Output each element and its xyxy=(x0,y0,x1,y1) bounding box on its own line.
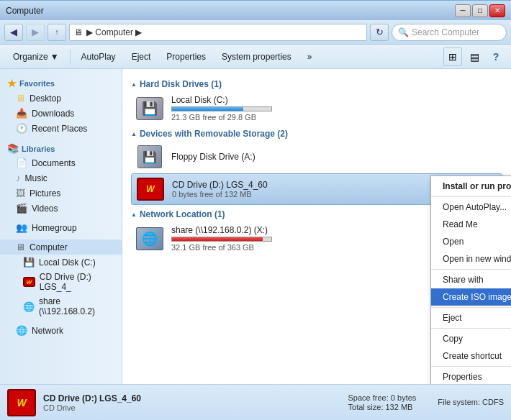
desktop-folder-icon: 🖥 xyxy=(16,93,25,104)
libraries-icon: 📚 xyxy=(7,143,19,154)
sidebar-item-cd-drive[interactable]: W CD Drive (D:) LGS_4_ xyxy=(0,270,122,294)
ctx-create-iso-item[interactable]: Create ISO image xyxy=(431,288,511,306)
status-bar: W CD Drive (D:) LGS_4_60 CD Drive Space … xyxy=(0,384,511,420)
title-bar-buttons: ─ □ ✕ xyxy=(455,4,505,17)
system-properties-button[interactable]: System properties xyxy=(214,47,299,66)
sidebar-item-share[interactable]: 🌐 share (\\192.168.0.2) xyxy=(0,294,122,319)
network-icon: 🌐 xyxy=(16,325,27,336)
organize-chevron-icon: ▼ xyxy=(50,52,59,62)
context-menu: Install or run program from your media O… xyxy=(430,175,511,384)
homegroup-section: 👥 Homegroup xyxy=(0,220,122,235)
sidebar-item-pictures[interactable]: 🖼 Pictures xyxy=(0,186,122,201)
status-filesystem: File system: CDFS xyxy=(438,398,504,407)
status-total-size: Total size: 132 MB xyxy=(348,403,417,411)
maximize-button[interactable]: □ xyxy=(472,4,488,17)
local-disk-size: 21.3 GB free of 29.8 GB xyxy=(171,113,498,122)
properties-button[interactable]: Properties xyxy=(159,47,213,66)
more-button[interactable]: » xyxy=(300,47,320,66)
local-disk-bar-container xyxy=(171,106,272,111)
title-bar-text: Computer xyxy=(6,6,44,16)
floppy-item[interactable]: 💾 Floppy Disk Drive (A:) xyxy=(131,142,502,172)
ctx-separator-1 xyxy=(431,196,511,197)
up-button[interactable]: ↑ xyxy=(48,24,66,41)
floppy-details: Floppy Disk Drive (A:) xyxy=(171,152,498,162)
search-placeholder: Search Computer xyxy=(412,27,479,37)
back-button[interactable]: ◀ xyxy=(4,24,23,41)
ctx-create-shortcut-item[interactable]: Create shortcut xyxy=(431,347,511,365)
breadcrumb-icon: 🖥 xyxy=(74,27,83,37)
hard-disk-section-header: Hard Disk Drives (1) xyxy=(131,79,502,89)
ctx-separator-5 xyxy=(431,366,511,367)
floppy-drive-icon: 💾 xyxy=(135,145,164,169)
toolbar-view-controls: ⊞ ▤ ? xyxy=(443,47,505,66)
change-view-button[interactable]: ⊞ xyxy=(443,47,462,66)
local-disk-bar xyxy=(172,107,243,111)
status-details: Space free: 0 bytes Total size: 132 MB xyxy=(348,393,417,412)
libraries-heading: 📚 Libraries xyxy=(0,140,122,155)
local-disk-name: Local Disk (C:) xyxy=(171,95,498,105)
sidebar-item-homegroup[interactable]: 👥 Homegroup xyxy=(0,220,122,235)
ctx-open-new-window-item[interactable]: Open in new window xyxy=(431,250,511,268)
ctx-properties-item[interactable]: Properties xyxy=(431,368,511,384)
cd-drive-icon-container: W xyxy=(136,177,165,201)
ctx-share-with-item[interactable]: Share with ▶ xyxy=(431,271,511,288)
recent-folder-icon: 🕐 xyxy=(16,123,27,134)
share-bar xyxy=(172,237,263,241)
ctx-open-item[interactable]: Open xyxy=(431,233,511,250)
sidebar-item-network[interactable]: 🌐 Network xyxy=(0,323,122,338)
local-disk-item[interactable]: 💾 Local Disk (C:) 21.3 GB free of 29.8 G… xyxy=(131,92,502,124)
downloads-folder-icon: 📥 xyxy=(16,108,27,119)
share-drive-icon: 🌐 xyxy=(135,227,164,251)
cd-drive-sidebar-icon: W xyxy=(23,277,35,287)
status-drive-name: CD Drive (D:) LGS_4_60 xyxy=(43,393,327,403)
preview-pane-button[interactable]: ▤ xyxy=(465,47,484,66)
ctx-separator-2 xyxy=(431,269,511,270)
sidebar-item-music[interactable]: ♪ Music xyxy=(0,170,122,186)
ctx-eject-item[interactable]: Eject xyxy=(431,309,511,327)
sidebar-item-videos[interactable]: 🎬 Videos xyxy=(0,201,122,216)
computer-icon: 🖥 xyxy=(16,242,25,252)
sidebar: ★ Favorites 🖥 Desktop 📥 Downloads 🕐 Rece… xyxy=(0,69,122,384)
eject-button[interactable]: Eject xyxy=(125,47,158,66)
sidebar-item-local-disk[interactable]: 💾 Local Disk (C:) xyxy=(0,255,122,270)
minimize-button[interactable]: ─ xyxy=(455,4,471,17)
sidebar-item-downloads[interactable]: 📥 Downloads xyxy=(0,106,122,121)
sidebar-item-desktop[interactable]: 🖥 Desktop xyxy=(0,91,122,106)
libraries-section: 📚 Libraries 📄 Documents ♪ Music 🖼 Pictur… xyxy=(0,140,122,216)
autoplay-button[interactable]: AutoPlay xyxy=(74,47,123,66)
status-drive-type: CD Drive xyxy=(43,403,327,412)
ctx-open-autoplay-item[interactable]: Open AutoPlay... xyxy=(431,198,511,216)
refresh-button[interactable]: ↻ xyxy=(370,24,389,41)
videos-icon: 🎬 xyxy=(16,203,27,214)
local-disk-drive-icon: 💾 xyxy=(135,96,164,121)
address-breadcrumb[interactable]: 🖥 ▶ Computer ▶ xyxy=(69,24,367,41)
help-button[interactable]: ? xyxy=(487,47,505,66)
ctx-copy-item[interactable]: Copy xyxy=(431,330,511,347)
local-disk-details: Local Disk (C:) 21.3 GB free of 29.8 GB xyxy=(171,95,498,122)
star-icon: ★ xyxy=(7,78,17,89)
status-drive-icon: W xyxy=(7,389,36,416)
music-icon: ♪ xyxy=(16,173,21,183)
search-box[interactable]: 🔍 Search Computer xyxy=(392,24,507,41)
title-bar: Computer ─ □ ✕ xyxy=(0,0,511,20)
ctx-readme-item[interactable]: Read Me xyxy=(431,216,511,233)
hdd-image: 💾 xyxy=(136,97,163,120)
forward-button[interactable]: ▶ xyxy=(26,24,45,41)
pictures-icon: 🖼 xyxy=(16,188,25,198)
ctx-install-item[interactable]: Install or run program from your media xyxy=(431,178,511,195)
main-container: ★ Favorites 🖥 Desktop 📥 Downloads 🕐 Rece… xyxy=(0,69,511,384)
share-icon: 🌐 xyxy=(23,301,35,312)
status-drive-info: CD Drive (D:) LGS_4_60 CD Drive xyxy=(43,393,327,412)
share-bar-container xyxy=(171,237,272,242)
status-space-free: Space free: 0 bytes xyxy=(348,393,417,402)
removable-section-header: Devices with Removable Storage (2) xyxy=(131,129,502,139)
address-bar: ◀ ▶ ↑ 🖥 ▶ Computer ▶ ↻ 🔍 Search Computer xyxy=(0,20,511,45)
close-button[interactable]: ✕ xyxy=(489,4,505,17)
sidebar-item-computer[interactable]: 🖥 Computer xyxy=(0,239,122,255)
organize-button[interactable]: Organize ▼ xyxy=(6,47,66,66)
documents-icon: 📄 xyxy=(16,158,27,168)
floppy-name: Floppy Disk Drive (A:) xyxy=(171,152,498,162)
sidebar-item-recent[interactable]: 🕐 Recent Places xyxy=(0,121,122,136)
ctx-separator-3 xyxy=(431,307,511,308)
sidebar-item-documents[interactable]: 📄 Documents xyxy=(0,155,122,170)
